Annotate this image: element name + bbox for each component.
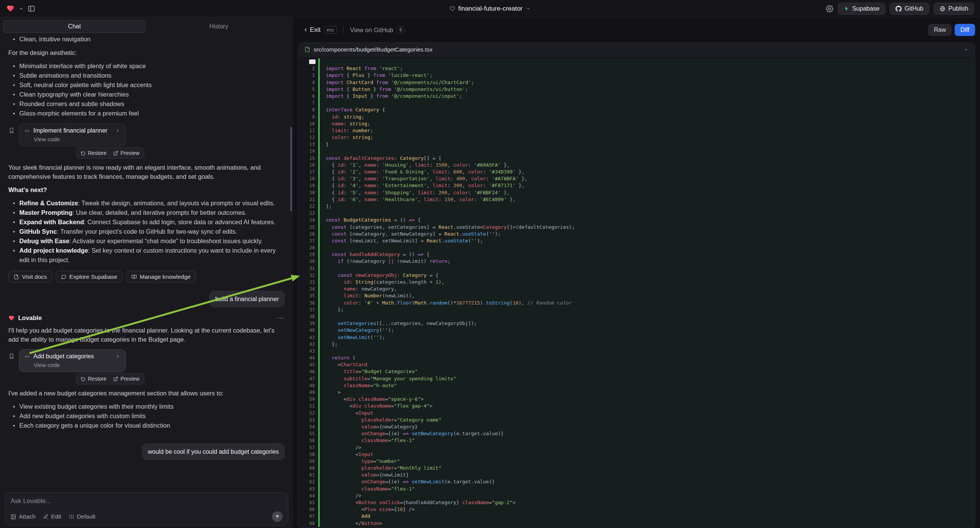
code-text: color: '#' + Math.floor(Math.random()*16… (320, 300, 975, 307)
next-step-title: Debug with Ease (19, 237, 69, 244)
edit-mode-button[interactable]: Edit (43, 513, 61, 520)
code-toolbar-left: Exit esc View on GitHub 6 (303, 26, 404, 34)
code-text: { id: '2', name: 'Food & Dining', limit:… (320, 169, 975, 175)
bullet-text: Glass-morphic elements for a premium fee… (19, 110, 138, 117)
bullet-item: Each category gets a unique color for vi… (13, 421, 285, 430)
code-text: if (!newCategory || !newLimit) return; (320, 258, 975, 265)
bullet-text: Subtle animations and transitions (19, 72, 111, 79)
more-options-button[interactable]: ⋯ (277, 314, 285, 321)
edit-card-toolbar: Restore Preview (76, 147, 144, 159)
code-text: > (320, 389, 975, 396)
exit-button[interactable]: Exit (303, 26, 320, 34)
sidebar-toggle-icon (28, 5, 35, 13)
next-step-title: Refine & Customize (19, 200, 78, 207)
next-step-title: GitHub Sync (19, 228, 57, 235)
code-text: const handleAddCategory = () => { (320, 251, 975, 258)
chat-messages[interactable]: Clean, intuitive navigation For the desi… (0, 35, 293, 528)
line-number: 68 (299, 520, 318, 527)
code-text: value={newLimit} (320, 472, 975, 479)
scrollbar-thumb[interactable] (290, 127, 292, 212)
restore-button[interactable]: Restore (78, 375, 109, 383)
github-button[interactable]: GitHub (890, 3, 929, 15)
lovable-logo[interactable] (6, 5, 15, 13)
file-header[interactable]: src/components/budget/BudgetCategories.t… (299, 43, 975, 56)
code-area[interactable]: 12import React from 'react';3import { Pl… (299, 56, 975, 528)
settings-button[interactable] (826, 5, 834, 13)
sidebar-toggle-button[interactable] (28, 5, 35, 13)
code-line: 31 (299, 265, 975, 272)
view-code-link[interactable]: View code (34, 362, 121, 368)
code-text: subtitle="Manage your spending limits" (320, 375, 975, 382)
next-step-title: Master Prompting (19, 209, 72, 216)
attach-button[interactable]: Attach (11, 513, 36, 520)
chat-panel: Chat History Clean, intuitive navigation… (0, 17, 293, 528)
topbar-right: Supabase GitHub Publish (826, 3, 974, 15)
manage-knowledge-button[interactable]: Manage knowledge (126, 271, 196, 283)
restore-label: Restore (88, 150, 107, 156)
bookmark-icon (8, 353, 15, 359)
diff-toggle-button[interactable]: Diff (955, 24, 975, 36)
bookmark-button[interactable] (8, 127, 15, 134)
pencil-icon (43, 514, 48, 519)
code-line: 49 > (299, 389, 975, 396)
code-line: 22]; (299, 203, 975, 210)
code-line: 34 name: newCategory, (299, 286, 975, 293)
code-text: const defaultCategories: Category[] = [ (320, 155, 975, 162)
code-line: 20 { id: '5', name: 'Shopping', limit: 2… (299, 189, 975, 196)
preview-button[interactable]: Preview (111, 149, 142, 157)
line-number: 34 (299, 286, 318, 293)
code-text (320, 58, 975, 65)
visit-docs-button[interactable]: Visit docs (8, 271, 52, 283)
code-line: 6import { Input } from '@/components/ui/… (299, 93, 975, 100)
edit-card-row: Implement financial planner View code (8, 124, 285, 146)
chevron-down-icon (526, 6, 531, 11)
view-on-github-button[interactable]: View on GitHub (350, 27, 393, 34)
edit-card-title: Add budget categories (33, 353, 94, 360)
line-number: 55 (299, 430, 318, 437)
publish-button[interactable]: Publish (934, 3, 974, 15)
code-toolbar-right: Raw Diff (928, 24, 975, 36)
edit-card-implement-financial-planner[interactable]: Implement financial planner View code (19, 124, 126, 146)
restore-button[interactable]: Restore (78, 149, 109, 157)
preview-label: Preview (121, 376, 139, 382)
line-number: 44 (299, 355, 318, 361)
project-switcher[interactable]: financial-future-creator (449, 5, 530, 13)
line-number: 18 (299, 175, 318, 182)
workspace-menu-button[interactable] (19, 6, 24, 11)
next-step-item: Master Prompting: Use clear, detailed, a… (13, 208, 285, 218)
line-number: 66 (299, 506, 318, 513)
edit-card-add-budget-categories[interactable]: Add budget categories View code (19, 349, 126, 372)
bullet-text: Each category gets a unique color for vi… (19, 422, 170, 429)
collapse-file-button[interactable] (963, 47, 969, 52)
code-line: 12 color: string; (299, 134, 975, 141)
next-step-title: Expand with Backend (19, 219, 84, 225)
view-code-link[interactable]: View code (34, 136, 121, 142)
next-steps-list: Refine & Customize: Tweak the design, an… (8, 199, 285, 265)
code-line: 66 <Plus size={16} /> (299, 506, 975, 513)
publish-label: Publish (948, 5, 968, 12)
chat-input[interactable] (11, 497, 283, 511)
tab-history[interactable]: History (147, 20, 290, 33)
code-text: limit: number; (320, 127, 975, 134)
code-line: 5import { Button } from '@/components/ui… (299, 86, 975, 93)
line-number: 14 (299, 148, 318, 154)
tab-chat[interactable]: Chat (3, 20, 146, 33)
bookmark-button[interactable] (8, 353, 15, 359)
code-text: { id: '3', name: 'Transportation', limit… (320, 175, 975, 182)
next-step-text: : Tweak the design, animations, and layo… (78, 200, 275, 207)
fold-marker[interactable] (309, 59, 315, 64)
code-text: <ChartCard (320, 361, 975, 368)
code-line: 45 <ChartCard (299, 361, 975, 368)
raw-toggle-button[interactable]: Raw (928, 24, 951, 36)
bookmark-icon (8, 127, 15, 134)
line-number: 59 (299, 458, 318, 465)
code-icon (24, 354, 30, 359)
code-line: 64 /> (299, 492, 975, 499)
model-default-button[interactable]: Default (69, 513, 95, 520)
supabase-button[interactable]: Supabase (838, 3, 885, 15)
send-button[interactable] (272, 511, 283, 522)
preview-button[interactable]: Preview (111, 375, 142, 383)
next-step-item: Refine & Customize: Tweak the design, an… (13, 199, 285, 208)
explore-supabase-button[interactable]: Explore Supabase (56, 271, 123, 283)
code-line: 54 value={newCategory} (299, 423, 975, 430)
